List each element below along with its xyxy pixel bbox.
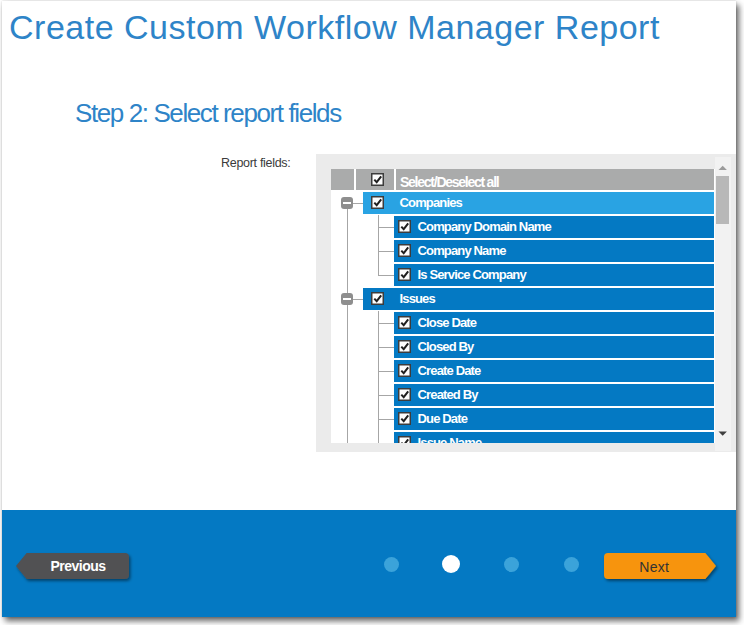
svg-text:Previous: Previous (50, 558, 106, 574)
svg-text:Next: Next (639, 559, 669, 575)
